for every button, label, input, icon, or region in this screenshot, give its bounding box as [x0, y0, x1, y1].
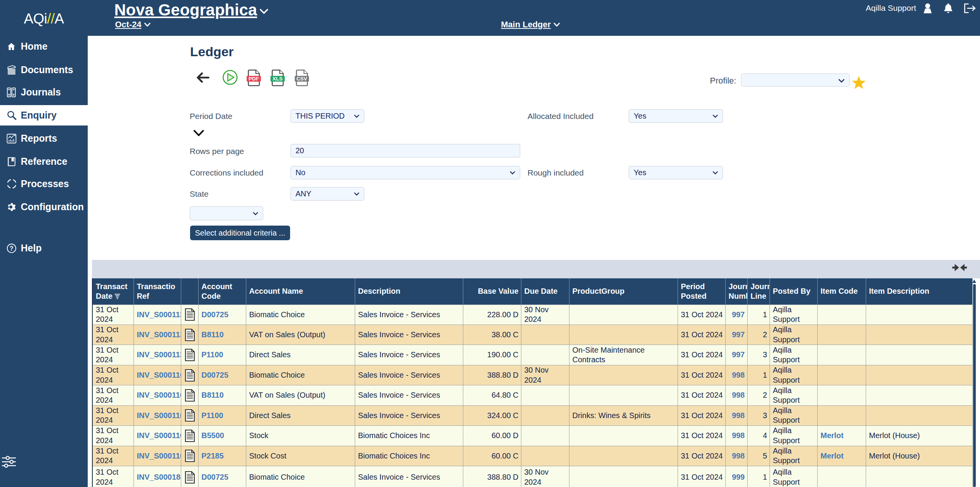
svg-text:PDF: PDF	[249, 76, 259, 82]
svg-text:?: ?	[10, 245, 13, 252]
svg-text:CSV: CSV	[297, 76, 307, 82]
svg-text:XLS: XLS	[272, 76, 282, 82]
